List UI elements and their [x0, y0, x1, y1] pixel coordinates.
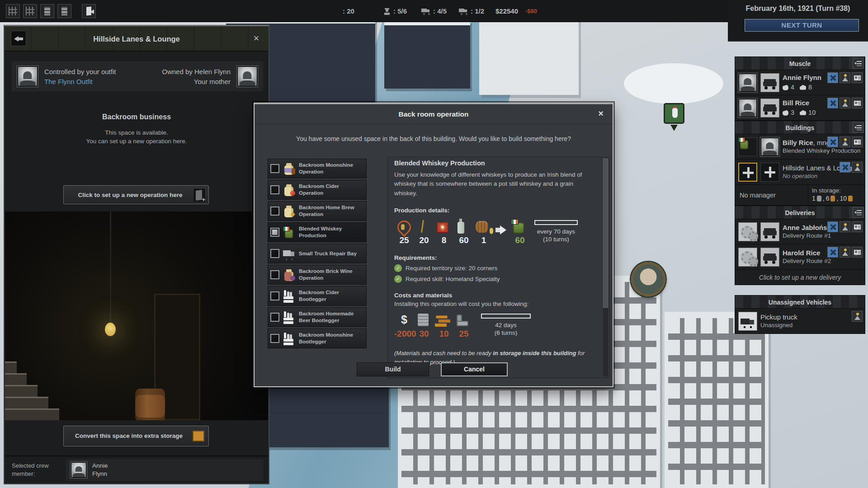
vehicle-row-pickup[interactable]: Pickup truck Unassigned: [735, 309, 865, 334]
list-icon[interactable]: [853, 207, 863, 218]
add-manager-icon[interactable]: [760, 163, 779, 182]
person-portrait[interactable]: [738, 73, 757, 92]
locate-on-map-icon[interactable]: [840, 162, 850, 173]
checkbox[interactable]: [270, 228, 279, 237]
crew-value: : 5/6: [393, 7, 407, 15]
vehicle-thumbnail[interactable]: [760, 73, 779, 92]
assign-person-icon[interactable]: [852, 162, 863, 173]
close-icon[interactable]: ×: [250, 32, 263, 46]
delivery-row-1[interactable]: Anne Jabłoński Delivery Route #1: [735, 219, 865, 244]
vehicle-thumbnail[interactable]: [760, 248, 779, 267]
territory-value: : 20: [343, 7, 354, 15]
locate-on-map-icon[interactable]: [827, 136, 838, 147]
building-row-hillside[interactable]: Hillside Lanes & Lounge No operation: [735, 160, 865, 185]
owner-line: Owned by Helen Flynn: [162, 67, 231, 77]
assign-person-icon[interactable]: [840, 72, 850, 83]
next-turn-button[interactable]: NEXT TURN: [745, 19, 859, 32]
option-backroom-home-brew-operation[interactable]: Backroom Home BrewOperation: [268, 201, 367, 221]
scrollbar-thumb[interactable]: [603, 159, 608, 308]
scrollbar-track[interactable]: [603, 159, 608, 376]
door-plus-icon: [194, 189, 205, 202]
checkbox[interactable]: [270, 313, 279, 322]
checkbox[interactable]: [270, 334, 279, 343]
character-card-icon[interactable]: [852, 136, 863, 147]
option-backroom-moonshine-bootlegger[interactable]: Backroom MoonshineBootlegger: [268, 328, 367, 348]
building-panel: Hillside Lanes & Lounge × Controlled by …: [4, 25, 269, 484]
checkbox[interactable]: [270, 164, 279, 173]
character-card-icon[interactable]: [852, 72, 863, 83]
locate-on-map-icon[interactable]: [827, 247, 838, 258]
option-small-truck-repair-bay[interactable]: Small Truck Repair Bay: [268, 244, 367, 263]
checkbox[interactable]: [270, 249, 279, 258]
sidebar-gap: [735, 285, 865, 295]
build-button[interactable]: Build: [357, 362, 429, 376]
cancel-button[interactable]: Cancel: [441, 362, 508, 376]
back-icon[interactable]: [11, 31, 26, 46]
assign-person-icon[interactable]: [840, 136, 850, 147]
option-backroom-brick-wine-operation[interactable]: Backroom Brick WineOperation: [268, 265, 367, 285]
map-search-icon[interactable]: [23, 4, 37, 18]
building-row-whiskey[interactable]: Billy Rice, mngr. Blended Whiskey Produc…: [735, 134, 865, 160]
add-operation-icon[interactable]: [738, 163, 757, 182]
list-icon[interactable]: [853, 122, 863, 133]
crew-icon: [383, 8, 391, 15]
assign-person-icon[interactable]: [840, 98, 850, 108]
vehicle-thumbnail[interactable]: [760, 99, 779, 117]
delivery-row-2[interactable]: Harold Rice Delivery Route #2: [735, 244, 865, 270]
crew-stats: 4 8: [783, 83, 821, 92]
vehicle-status: Unassigned: [760, 321, 797, 329]
outfit-link[interactable]: The Flynn Outfit: [44, 77, 116, 87]
person-portrait[interactable]: [738, 99, 757, 117]
muscle-row-bill[interactable]: Bill Rice 3 10: [735, 95, 865, 121]
modal-title: Back room operation: [255, 103, 613, 125]
owner-portrait[interactable]: [237, 66, 258, 87]
checkbox[interactable]: [270, 185, 279, 194]
new-delivery-button[interactable]: Click to set up a new delivery: [735, 270, 865, 285]
option-backroom-cider-operation[interactable]: Backroom CiderOperation: [268, 180, 367, 200]
contacts-book-icon[interactable]: [57, 4, 71, 18]
locate-on-map-icon[interactable]: [827, 72, 838, 83]
controller-portrait[interactable]: [17, 66, 38, 87]
assign-person-icon[interactable]: [840, 221, 850, 232]
pickup-truck-thumbnail[interactable]: [738, 312, 757, 331]
buildings-title: Buildings: [786, 124, 815, 131]
duration-box: 42 days(6 turns): [481, 312, 531, 337]
setup-operation-button[interactable]: Click to set up a new operation here: [63, 185, 209, 204]
character-card-icon[interactable]: [852, 247, 863, 258]
option-backroom-moonshine-operation[interactable]: Backroom MoonshineOperation: [268, 159, 367, 178]
close-icon[interactable]: ×: [594, 108, 607, 120]
assign-person-icon[interactable]: [852, 311, 863, 322]
check-icon: [394, 275, 402, 283]
delivery-gears-icon: [738, 248, 757, 267]
manager-portrait[interactable]: [760, 137, 779, 156]
map-edit-icon[interactable]: [6, 4, 20, 18]
courier-name: Anne Jabłoński: [783, 223, 833, 232]
list-icon[interactable]: [853, 58, 863, 69]
map-windows: [668, 318, 765, 484]
checkbox[interactable]: [270, 270, 279, 279]
checkbox[interactable]: [270, 206, 279, 216]
convert-storage-button[interactable]: Convert this space into extra storage: [63, 426, 209, 446]
exit-icon[interactable]: [82, 4, 96, 18]
bowling-alley-map-marker[interactable]: [664, 103, 684, 124]
ledger-icon[interactable]: [40, 4, 54, 18]
character-card-icon[interactable]: [852, 221, 863, 232]
character-card-icon[interactable]: [852, 98, 863, 108]
assign-person-icon[interactable]: [840, 247, 850, 258]
homebrew-jar-icon: [282, 204, 296, 218]
option-backroom-homemade-beer-bootlegger[interactable]: Backroom HomemadeBeer Bootlegger: [268, 307, 367, 327]
option-blended-whiskey-production[interactable]: Blended WhiskeyProduction: [268, 222, 367, 242]
document-glyph: [44, 7, 50, 15]
no-manager-text: No manager: [735, 185, 805, 205]
crew-member-map-badge[interactable]: [631, 262, 665, 296]
checkbox[interactable]: [270, 291, 279, 300]
selected-crew-box[interactable]: Annie Flynn: [66, 459, 263, 481]
truck-value-2: : 1/2: [471, 7, 484, 15]
locate-on-map-icon[interactable]: [827, 98, 838, 108]
truck-value-1: : 4/5: [433, 7, 447, 15]
muscle-row-annie[interactable]: Annie Flynn 4 8: [735, 70, 865, 95]
option-backroom-cider-bootlegger[interactable]: Backroom CiderBootlegger: [268, 286, 367, 306]
locate-on-map-icon[interactable]: [827, 221, 838, 232]
orange-barrel-icon: [848, 196, 853, 202]
vehicle-thumbnail[interactable]: [760, 222, 779, 241]
